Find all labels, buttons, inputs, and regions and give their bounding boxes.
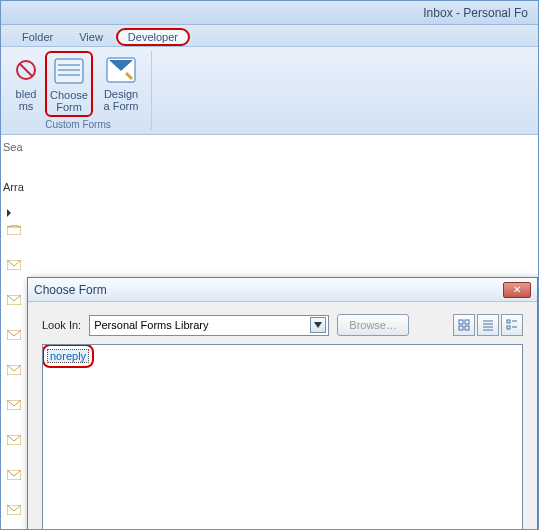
arrange-cut-label: Arra (3, 181, 24, 193)
mail-icon (7, 295, 21, 305)
tab-folder[interactable]: Folder (9, 27, 66, 46)
search-cut-label: Sea (3, 141, 23, 153)
svg-rect-21 (465, 326, 469, 330)
app-content: Sea Arra Choose Form ✕ (1, 135, 538, 529)
mail-icon (7, 435, 21, 445)
view-details-button[interactable] (501, 314, 523, 336)
tab-developer[interactable]: Developer (116, 28, 190, 46)
ribbon-group-label: Custom Forms (45, 117, 111, 130)
close-icon: ✕ (513, 285, 521, 295)
tab-view[interactable]: View (66, 27, 116, 46)
title-bar: Inbox - Personal Fo (1, 1, 538, 25)
svg-rect-28 (507, 326, 510, 329)
look-in-value: Personal Forms Library (94, 319, 208, 331)
ribbon: bled ms Choose Form Design a Form Custom… (1, 47, 538, 135)
ribbon-button-disabled-partial: bled ms (11, 51, 41, 117)
mail-icon (7, 505, 21, 515)
view-mode-buttons (453, 314, 523, 336)
forms-listbox[interactable]: noreply (42, 344, 523, 530)
expand-triangle-icon[interactable] (7, 209, 11, 217)
look-in-label: Look In: (42, 319, 81, 331)
view-large-icons-button[interactable] (453, 314, 475, 336)
browse-button: Browse… (337, 314, 409, 336)
ribbon-group-custom-forms: bled ms Choose Form Design a Form Custom… (5, 51, 152, 130)
large-icons-icon (458, 319, 470, 331)
no-entry-icon (10, 54, 42, 86)
look-in-combo[interactable]: Personal Forms Library (89, 315, 329, 336)
svg-rect-2 (55, 59, 83, 83)
mail-open-icon (7, 225, 21, 235)
design-icon (105, 54, 137, 86)
chevron-down-icon (310, 317, 326, 333)
mail-icon (7, 400, 21, 410)
choose-form-dialog: Choose Form ✕ Look In: Personal Forms Li… (27, 277, 538, 530)
close-button[interactable]: ✕ (503, 282, 531, 298)
look-in-row: Look In: Personal Forms Library Browse… (42, 314, 523, 336)
app-window: Inbox - Personal Fo Folder View Develope… (0, 0, 539, 530)
mail-icon (7, 330, 21, 340)
mail-icon (7, 470, 21, 480)
dialog-titlebar[interactable]: Choose Form ✕ (28, 278, 537, 302)
list-icon (482, 319, 494, 331)
list-item[interactable]: noreply (47, 349, 89, 363)
svg-line-1 (20, 64, 32, 76)
mail-icon (7, 365, 21, 375)
ribbon-tabs: Folder View Developer (1, 25, 538, 47)
form-icon (53, 55, 85, 87)
dialog-body: Look In: Personal Forms Library Browse… (28, 302, 537, 530)
mail-icon-column (7, 225, 23, 530)
window-title: Inbox - Personal Fo (423, 6, 528, 20)
dialog-title: Choose Form (34, 283, 107, 297)
svg-rect-19 (465, 320, 469, 324)
mail-icon (7, 260, 21, 270)
choose-form-button[interactable]: Choose Form (45, 51, 93, 117)
svg-rect-7 (7, 227, 21, 235)
svg-rect-26 (507, 320, 510, 323)
svg-rect-18 (459, 320, 463, 324)
view-list-button[interactable] (477, 314, 499, 336)
design-form-button[interactable]: Design a Form (97, 51, 145, 117)
details-icon (506, 319, 518, 331)
svg-rect-20 (459, 326, 463, 330)
